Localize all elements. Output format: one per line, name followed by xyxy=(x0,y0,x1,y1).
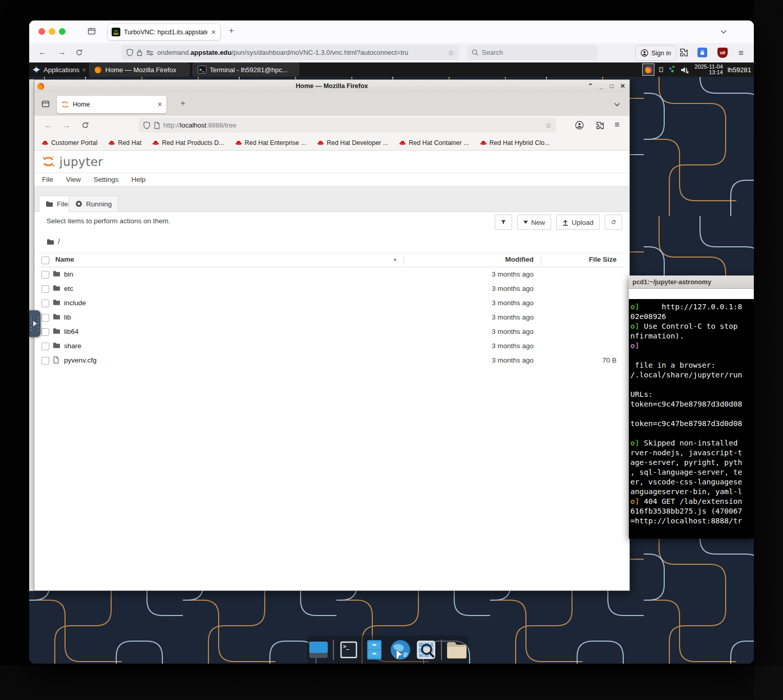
file-row[interactable]: bin3 months ago xyxy=(38,267,625,282)
web-browser-icon[interactable] xyxy=(389,639,412,661)
file-name[interactable]: bin xyxy=(64,270,73,278)
file-name[interactable]: pyvenv.cfg xyxy=(64,356,97,364)
list-tabs-chevron-icon[interactable] xyxy=(614,102,620,107)
menu-item-help[interactable]: Help xyxy=(132,176,146,183)
maximize-window-icon[interactable]: □ xyxy=(610,82,613,90)
firefox-titlebar[interactable]: Home — Mozilla Firefox ⌃ _ □ ✕ xyxy=(34,80,629,93)
menu-item-file[interactable]: File xyxy=(42,176,53,183)
jupyter-logo-icon[interactable] xyxy=(41,155,55,168)
menu-item-settings[interactable]: Settings xyxy=(94,176,119,183)
file-name[interactable]: include xyxy=(64,299,86,307)
window-list-icon[interactable] xyxy=(659,67,663,73)
tab-running[interactable]: Running xyxy=(69,196,118,212)
taskbar-clock[interactable]: 2025-11-0413:14 xyxy=(694,64,723,76)
forward-button[interactable]: → xyxy=(62,121,71,130)
blue-extension-icon[interactable] xyxy=(697,48,707,57)
close-tab-icon[interactable]: ✕ xyxy=(157,101,162,108)
minimize-window-icon[interactable]: _ xyxy=(600,82,603,90)
volume-muted-icon[interactable] xyxy=(681,66,690,74)
forward-button[interactable]: → xyxy=(58,48,66,57)
row-checkbox[interactable] xyxy=(41,328,49,336)
url-bar[interactable]: http://localhost:8888/tree ☆ xyxy=(139,118,556,133)
bookmark-item[interactable]: Red Hat Enterprise ... xyxy=(235,139,306,146)
taskbar-item-firefox[interactable]: Home — Mozilla Firefox xyxy=(89,63,189,76)
row-checkbox[interactable] xyxy=(41,314,49,322)
terminal-output[interactable]: o] http://127.0.0.1:802e08926o] Use Cont… xyxy=(629,299,754,539)
page-info-icon[interactable] xyxy=(154,122,160,129)
sort-ascending-icon[interactable]: ▲ xyxy=(393,257,397,262)
novnc-control-handle[interactable] xyxy=(29,310,40,337)
refresh-button[interactable] xyxy=(605,215,622,230)
firefox-tray-icon[interactable] xyxy=(642,63,654,76)
list-tabs-chevron-icon[interactable] xyxy=(721,30,727,34)
menu-hamburger-icon[interactable]: ≡ xyxy=(738,48,744,58)
close-tab-icon[interactable]: ✕ xyxy=(211,29,216,35)
ublock-origin-icon[interactable]: u0 xyxy=(717,48,728,58)
bookmark-item[interactable]: Red Hat Products D... xyxy=(152,139,224,146)
back-button[interactable]: ← xyxy=(44,121,52,130)
outer-url-bar[interactable]: ondemand.appstate.edu/pun/sys/dashboard/… xyxy=(121,45,459,60)
new-tab-button[interactable]: + xyxy=(229,26,234,36)
shield-icon[interactable] xyxy=(143,121,150,129)
window-icon[interactable] xyxy=(307,639,329,661)
extensions-puzzle-icon[interactable] xyxy=(595,121,604,130)
bookmark-item[interactable]: Customer Portal xyxy=(41,139,97,146)
new-button[interactable]: New xyxy=(517,215,551,230)
row-checkbox[interactable] xyxy=(41,271,49,279)
close-traffic-light[interactable] xyxy=(38,28,45,35)
new-tab-button[interactable]: + xyxy=(180,98,185,109)
jupyter-wordmark[interactable]: jupyter xyxy=(59,155,103,168)
bookmark-item[interactable]: Red Hat Hybrid Clo... xyxy=(480,139,550,146)
column-header-size[interactable]: File Size xyxy=(589,256,617,263)
bookmark-item[interactable]: Red Hat Container ... xyxy=(399,139,469,146)
lock-icon[interactable] xyxy=(137,49,142,56)
upload-button[interactable]: Upload xyxy=(556,215,600,230)
back-button[interactable]: ← xyxy=(38,48,47,57)
breadcrumb-root[interactable]: / xyxy=(58,238,60,246)
file-row[interactable]: lib643 months ago xyxy=(38,325,625,339)
browser-tab-home[interactable]: Home ✕ xyxy=(57,96,166,113)
menu-item-view[interactable]: View xyxy=(66,176,81,183)
row-checkbox[interactable] xyxy=(41,300,49,307)
taskbar-item-terminal[interactable]: >_ Terminal - lh59281@hpc... xyxy=(193,63,299,76)
file-row[interactable]: lib3 months ago xyxy=(38,310,625,325)
application-finder-icon[interactable] xyxy=(415,639,437,661)
firefox-view-icon[interactable] xyxy=(87,27,96,36)
sign-in-button[interactable]: Sign in xyxy=(635,45,676,61)
firefox-view-icon[interactable] xyxy=(41,99,50,109)
file-name[interactable]: share xyxy=(64,342,81,350)
account-icon[interactable] xyxy=(575,121,584,130)
file-row[interactable]: pyvenv.cfg3 months ago70 B xyxy=(38,353,625,368)
column-header-modified[interactable]: Modified xyxy=(505,256,534,263)
file-name[interactable]: lib64 xyxy=(64,328,79,335)
minimize-traffic-light[interactable] xyxy=(49,28,55,35)
row-checkbox[interactable] xyxy=(41,357,49,365)
network-status-icon[interactable] xyxy=(668,65,676,74)
shield-icon[interactable] xyxy=(126,49,133,56)
row-checkbox[interactable] xyxy=(41,343,49,350)
applications-menu-button[interactable]: Applications ≡ xyxy=(29,66,86,74)
file-name[interactable]: etc xyxy=(64,285,73,292)
shade-window-icon[interactable]: ⌃ xyxy=(588,82,593,90)
bookmark-star-icon[interactable]: ☆ xyxy=(545,121,552,130)
file-row[interactable]: include3 months ago xyxy=(38,296,625,310)
terminal-icon[interactable]: >_ xyxy=(337,639,359,661)
folder-icon[interactable] xyxy=(446,639,468,661)
breadcrumb[interactable]: / xyxy=(47,238,60,246)
reload-button[interactable] xyxy=(75,49,83,56)
file-row[interactable]: share3 months ago xyxy=(38,339,625,353)
reload-button[interactable] xyxy=(81,121,89,129)
column-header-name[interactable]: Name xyxy=(55,256,74,263)
zoom-traffic-light[interactable] xyxy=(59,28,66,35)
file-name[interactable]: lib xyxy=(64,313,71,321)
bookmark-star-icon[interactable]: ☆ xyxy=(448,49,454,57)
bookmark-item[interactable]: Red Hat xyxy=(108,139,141,146)
close-window-icon[interactable]: ✕ xyxy=(620,82,625,90)
menu-hamburger-icon[interactable]: ≡ xyxy=(615,120,620,130)
row-checkbox[interactable] xyxy=(41,285,49,293)
terminal-titlebar[interactable]: pcd1:~/jupyter-astronomy xyxy=(629,275,754,289)
outer-browser-tab[interactable]: noVNC TurboVNC: hpcd1.its.appstate.e ✕ xyxy=(107,24,221,40)
permissions-icon[interactable] xyxy=(146,50,154,56)
file-cabinet-icon[interactable] xyxy=(364,639,386,661)
extensions-puzzle-icon[interactable] xyxy=(679,48,688,57)
